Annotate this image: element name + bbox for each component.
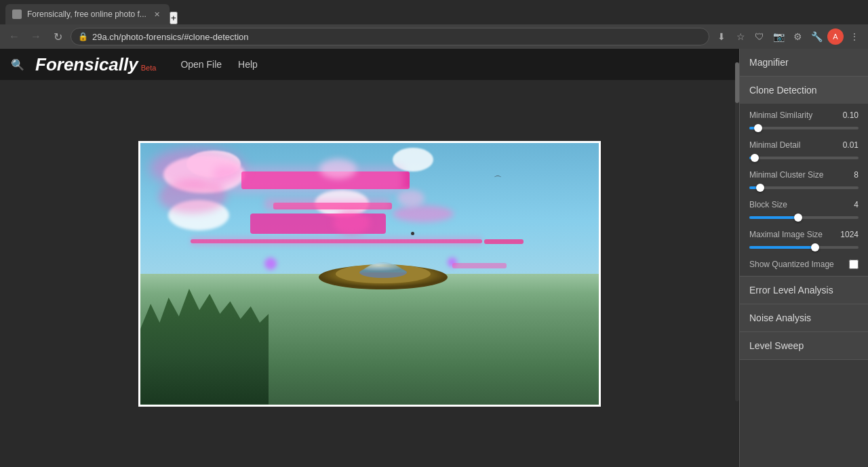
show-quantized-row: Show Quantized Image [749,260,859,269]
reload-button[interactable]: ↻ [49,28,66,45]
paraglider: ⌒ [494,174,502,186]
address-bar[interactable]: 🔒 29a.ch/photo-forensics/#clone-detectio… [71,28,709,45]
nav-actions: ⬇ ☆ 🛡 📷 ⚙ 🔧 A ⋮ [713,28,863,45]
slider-track-3 [749,186,859,189]
minimal-similarity-label: Minimal Similarity 0.10 [749,110,859,120]
new-tab-button[interactable]: + [170,12,178,24]
slider-track-4 [749,216,859,219]
magnifier-header[interactable]: Magnifier [740,49,868,76]
app-layout: 🔍 ForensicallyBeta Open File Help [0,49,868,467]
extension-icon-3[interactable]: ⚙ [789,28,806,45]
extension-icon-1[interactable]: 🛡 [751,28,768,45]
profile-icon[interactable]: A [827,28,844,45]
clone-detection-section: Clone Detection Minimal Similarity 0.10 [740,77,868,277]
error-level-section: Error Level Analysis [740,277,868,304]
header-nav: Open File Help [172,56,266,73]
magnifier-section: Magnifier [740,49,868,77]
search-icon-header: 🔍 [11,58,24,71]
tab-close-button[interactable]: ✕ [152,9,163,20]
noise-analysis-header[interactable]: Noise Analysis [740,304,868,331]
minimal-cluster-label: Minimal Cluster Size 8 [749,170,859,180]
help-nav[interactable]: Help [230,56,266,73]
slider-thumb-4[interactable] [794,214,802,222]
maximal-image-label: Maximal Image Size 1024 [749,230,859,239]
minimal-detail-control: Minimal Detail 0.01 [749,140,859,163]
canvas-area: ⌒ [0,80,739,467]
show-quantized-checkbox[interactable] [849,260,859,269]
logo-text: Forensically [35,54,138,75]
clone-cloud-glow-2 [159,180,226,214]
show-quantized-label: Show Quantized Image [749,260,834,269]
slider-thumb-5[interactable] [811,243,819,251]
dot [411,232,414,235]
ufo-trail [452,263,507,268]
bookmark-icon[interactable]: ☆ [732,28,749,45]
slider-track-5 [749,246,859,249]
ufo-saucer [315,240,451,297]
tab-title: Forensically, free online photo f... [27,9,146,19]
minimal-similarity-slider[interactable] [749,123,859,134]
level-sweep-header[interactable]: Level Sweep [740,332,868,359]
minimal-cluster-control: Minimal Cluster Size 8 [749,170,859,193]
tab-favicon [12,9,22,19]
slider-track [749,127,859,129]
slider-thumb[interactable] [754,124,762,132]
extension-icon-4[interactable]: 🔧 [808,28,825,45]
browser-chrome: Forensically, free online photo f... ✕ +… [0,0,868,49]
clone-detection-content: Minimal Similarity 0.10 Minimal Detail [740,104,868,276]
slider-thumb-3[interactable] [756,184,764,192]
noise-analysis-section: Noise Analysis [740,304,868,332]
active-tab[interactable]: Forensically, free online photo f... ✕ [5,4,170,24]
sidebar: Magnifier Clone Detection Minimal Simila… [739,49,868,467]
cloud-glow-scatter-2 [397,190,425,207]
block-size-control: Block Size 4 [749,200,859,223]
back-button[interactable]: ← [5,28,23,45]
maximal-image-slider[interactable] [749,242,859,253]
ufo-glow-left [264,258,277,270]
tab-bar: Forensically, free online photo f... ✕ + [0,0,868,24]
level-sweep-section: Level Sweep [740,332,868,360]
menu-icon[interactable]: ⋮ [846,28,863,45]
clone-detection-header[interactable]: Clone Detection [740,77,868,104]
slider-fill-4 [749,216,798,219]
open-file-nav[interactable]: Open File [172,56,230,73]
slider-thumb-2[interactable] [751,154,759,162]
slider-fill-5 [749,246,815,249]
main-image: ⌒ [140,143,599,405]
minimal-detail-label: Minimal Detail 0.01 [749,140,859,150]
clone-glow-4 [191,237,482,246]
clone-cloud-glow-3 [393,205,454,222]
nav-bar: ← → ↻ 🔒 29a.ch/photo-forensics/#clone-de… [0,24,868,49]
block-size-slider[interactable] [749,212,859,223]
url-text: 29a.ch/photo-forensics/#clone-detection [92,32,249,42]
block-size-label: Block Size 4 [749,200,859,209]
lock-icon: 🔒 [78,32,88,41]
minimal-cluster-slider[interactable] [749,182,859,193]
app-logo: ForensicallyBeta [35,54,156,75]
clone-bar-5 [484,239,524,244]
clone-glow-2 [264,198,390,210]
cloud-glow-scatter-1 [319,159,357,179]
extension-icon-2[interactable]: 📷 [770,28,787,45]
image-container: ⌒ [138,141,601,407]
maximal-image-control: Maximal Image Size 1024 [749,230,859,253]
download-icon[interactable]: ⬇ [713,28,730,45]
app-header: 🔍 ForensicallyBeta Open File Help [0,49,739,80]
error-level-header[interactable]: Error Level Analysis [740,277,868,304]
minimal-similarity-control: Minimal Similarity 0.10 [749,110,859,134]
minimal-detail-slider[interactable] [749,153,859,163]
clone-glow-3 [333,211,370,235]
slider-track-2 [749,157,859,159]
forward-button[interactable]: → [27,28,45,45]
logo-beta: Beta [141,64,157,72]
main-area: 🔍 ForensicallyBeta Open File Help [0,49,739,467]
